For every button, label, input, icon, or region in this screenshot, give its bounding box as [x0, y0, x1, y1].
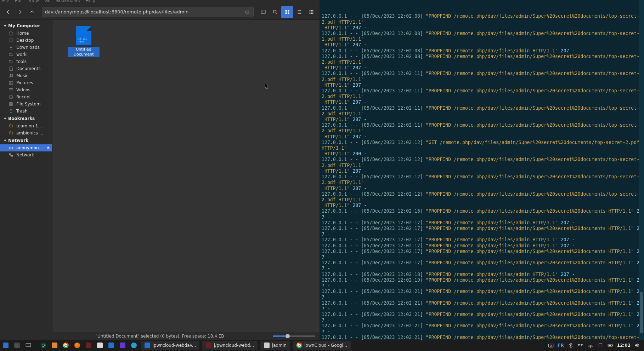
task-label: |admin	[272, 343, 287, 348]
text-editor-app-icon[interactable]	[95, 340, 105, 350]
sidebar-item-anonymou-[interactable]: anonymou...	[0, 144, 52, 151]
sidebar-item-home[interactable]: Home	[0, 30, 52, 37]
battery-tray-icon[interactable]	[607, 342, 614, 349]
eject-icon[interactable]	[46, 145, 51, 150]
sidebar-item-pictures[interactable]: Pictures	[0, 79, 52, 86]
quicklaunch: tc	[0, 340, 140, 351]
vscode-icon	[145, 343, 150, 348]
nav-forward-button[interactable]	[14, 6, 26, 18]
task-label: |/pwncloud-webd...	[214, 343, 254, 348]
sidebar-section-network[interactable]: Network	[0, 137, 52, 144]
screenshot-tray-icon[interactable]	[548, 342, 554, 349]
menu-view[interactable]: View	[29, 0, 39, 3]
svg-rect-14	[312, 10, 313, 11]
menu-file[interactable]: File	[2, 0, 9, 3]
sidebar-section-bookmarks[interactable]: Bookmarks	[0, 115, 52, 122]
sidebar-item-music[interactable]: Music	[0, 72, 52, 79]
burp-app-icon[interactable]	[118, 340, 128, 350]
notifications-tray-icon[interactable]	[597, 342, 604, 349]
sidebar-item-videos[interactable]: Videos	[0, 86, 52, 93]
sidebar-item-label: tools	[16, 59, 27, 64]
sidebar-item-label: Music	[16, 73, 28, 78]
network-icon	[9, 153, 13, 157]
sidebar-item-label: Pictures	[16, 80, 33, 85]
network-tray-icon[interactable]	[587, 342, 594, 349]
icon-view-button[interactable]	[281, 6, 293, 18]
sidebar-item-network[interactable]: Network	[0, 151, 52, 159]
keyboard-layout-indicator[interactable]: FR	[558, 343, 564, 348]
show-desktop-icon[interactable]	[23, 340, 33, 350]
address-bar[interactable]: dav://anonymous@localhost:8800/remote.ph…	[42, 7, 254, 17]
terminal-scrollbar[interactable]	[639, 0, 644, 340]
clear-address-icon[interactable]	[243, 8, 250, 16]
sidebar-item-team-on-1-[interactable]: team on 1...	[0, 122, 52, 130]
mc-quicklaunch-icon[interactable]: tc	[12, 340, 22, 350]
task--admin[interactable]: |admin	[260, 341, 290, 350]
sidebar-item-tools[interactable]: tools	[0, 58, 52, 65]
sidebar-item-label: File System	[16, 102, 41, 107]
svg-rect-42	[11, 155, 13, 156]
svg-point-49	[590, 347, 591, 348]
nav-back-button[interactable]	[2, 6, 14, 18]
sidebar-item-recent[interactable]: Recent	[0, 93, 52, 100]
music-icon	[9, 73, 13, 78]
menu-bookmarks[interactable]: Bookmarks	[56, 0, 80, 3]
menu-go[interactable]: Go	[45, 0, 51, 3]
task--owncloud-googl-[interactable]: |ownCloud - Googl...	[293, 341, 351, 350]
svg-rect-15	[310, 11, 311, 12]
volume-tray-icon[interactable]	[634, 342, 640, 349]
sidebar-item-documents[interactable]: Documents	[0, 65, 52, 72]
sidebar-item-work[interactable]: work	[0, 51, 52, 58]
svg-line-4	[276, 13, 277, 14]
bookmark-icon	[9, 123, 13, 128]
sidebar-item-desktop[interactable]: Desktop	[0, 37, 52, 44]
svg-rect-43	[26, 344, 31, 347]
svg-rect-50	[599, 343, 602, 347]
address-bar-text: dav://anonymous@localhost:8800/remote.ph…	[45, 9, 188, 15]
clock[interactable]: 12:02	[617, 343, 631, 348]
bookmark-icon	[9, 131, 13, 136]
sidebar-item-label: Documents	[16, 66, 40, 71]
task--pwncloud-webd-[interactable]: |/pwncloud-webd...	[202, 341, 258, 350]
svg-rect-13	[311, 10, 312, 11]
browser-app-icon[interactable]	[129, 340, 139, 350]
svg-rect-52	[612, 345, 613, 346]
menu-help[interactable]: Help	[86, 0, 95, 3]
search-button[interactable]	[269, 6, 281, 18]
task-label: |pwncloud-webdav...	[152, 343, 196, 348]
sidebar-item-ambionics-[interactable]: ambionics ...	[0, 130, 52, 137]
svg-rect-31	[10, 102, 12, 105]
folder-icon	[9, 59, 13, 64]
terminal-window[interactable]: 127.0.0.1 - - [05/Dec/2023 12:02:08] "PR…	[320, 0, 644, 340]
filemgr-icon	[264, 343, 270, 348]
file-pane[interactable]: 10 101 1010 Untitled Document	[52, 20, 320, 332]
svg-rect-19	[311, 13, 312, 14]
sidebar-item-downloads[interactable]: Downloads	[0, 44, 52, 51]
zoom-slider[interactable]	[273, 335, 315, 337]
picture-icon	[9, 80, 13, 85]
files-quicklaunch-icon[interactable]	[1, 340, 11, 350]
svg-rect-8	[288, 12, 289, 14]
firefox-app-icon[interactable]	[72, 340, 82, 350]
app-menu-icon[interactable]	[38, 340, 48, 350]
svg-rect-18	[310, 13, 311, 14]
bluetooth-tray-icon[interactable]	[567, 342, 574, 349]
recent-icon	[9, 94, 13, 99]
files-app-icon[interactable]	[50, 340, 60, 350]
compact-view-button[interactable]	[305, 6, 317, 18]
chrome-app-icon[interactable]	[61, 340, 71, 350]
vscode-app-icon[interactable]	[106, 340, 116, 350]
sidebar-item-file-system[interactable]: File System	[0, 100, 52, 108]
menu-edit[interactable]: Edit	[15, 0, 23, 3]
list-view-button[interactable]	[293, 6, 305, 18]
sidebar-item-trash[interactable]: Trash	[0, 108, 52, 115]
sidebar-section-my-computer[interactable]: My Computer	[0, 22, 52, 30]
open-terminal-button[interactable]	[257, 6, 269, 18]
nav-up-button[interactable]	[26, 6, 38, 18]
file-item[interactable]: 10 101 1010 Untitled Document	[66, 26, 101, 57]
svg-rect-20	[312, 13, 313, 14]
dropbox-tray-icon[interactable]	[577, 342, 584, 349]
task--pwncloud-webdav-[interactable]: |pwncloud-webdav...	[141, 341, 199, 350]
terminal-app-icon[interactable]	[84, 340, 94, 350]
svg-marker-39	[47, 146, 50, 148]
